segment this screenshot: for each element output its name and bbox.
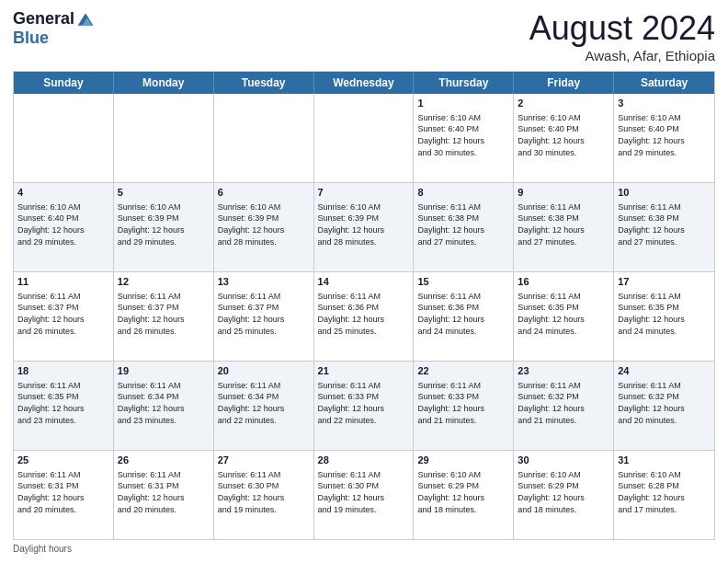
day-number: 22 — [417, 364, 509, 378]
calendar-cell: 1Sunrise: 6:10 AM Sunset: 6:40 PM Daylig… — [414, 94, 514, 182]
location: Awash, Afar, Ethiopia — [529, 48, 715, 63]
day-number: 30 — [518, 454, 609, 467]
day-number: 5 — [118, 186, 210, 200]
day-number: 24 — [618, 364, 711, 378]
day-number: 12 — [118, 275, 210, 289]
calendar-cell: 30Sunrise: 6:10 AM Sunset: 6:29 PM Dayli… — [514, 451, 614, 539]
calendar-row-2: 4Sunrise: 6:10 AM Sunset: 6:40 PM Daylig… — [14, 183, 714, 272]
cell-info: Sunrise: 6:10 AM Sunset: 6:40 PM Dayligh… — [417, 112, 509, 158]
calendar-cell: 22Sunrise: 6:11 AM Sunset: 6:33 PM Dayli… — [414, 362, 514, 450]
logo: General Blue — [13, 9, 95, 48]
day-number: 18 — [17, 364, 109, 378]
day-number: 31 — [618, 454, 711, 467]
calendar-row-1: 1Sunrise: 6:10 AM Sunset: 6:40 PM Daylig… — [14, 94, 714, 183]
calendar-cell: 25Sunrise: 6:11 AM Sunset: 6:31 PM Dayli… — [14, 451, 114, 539]
logo-text: General — [13, 9, 95, 29]
calendar-cell: 29Sunrise: 6:10 AM Sunset: 6:29 PM Dayli… — [414, 451, 514, 539]
calendar-cell — [214, 94, 314, 182]
day-number: 7 — [318, 186, 410, 200]
day-number: 1 — [417, 97, 509, 110]
day-number: 23 — [518, 364, 609, 378]
day-number: 14 — [318, 275, 410, 289]
day-number: 27 — [218, 454, 310, 467]
header: General Blue August 2024 Awash, Afar, Et… — [13, 9, 715, 63]
calendar-row-4: 18Sunrise: 6:11 AM Sunset: 6:35 PM Dayli… — [14, 362, 714, 451]
cell-info: Sunrise: 6:11 AM Sunset: 6:35 PM Dayligh… — [518, 291, 609, 337]
calendar-header: SundayMondayTuesdayWednesdayThursdayFrid… — [14, 72, 714, 94]
day-number: 16 — [518, 275, 609, 289]
logo-blue: Blue — [13, 29, 49, 48]
calendar-cell: 14Sunrise: 6:11 AM Sunset: 6:36 PM Dayli… — [314, 272, 415, 361]
calendar-cell — [14, 94, 114, 182]
cell-info: Sunrise: 6:11 AM Sunset: 6:37 PM Dayligh… — [17, 291, 109, 337]
cell-info: Sunrise: 6:11 AM Sunset: 6:37 PM Dayligh… — [218, 291, 310, 337]
calendar-row-3: 11Sunrise: 6:11 AM Sunset: 6:37 PM Dayli… — [14, 272, 714, 362]
calendar-cell: 11Sunrise: 6:11 AM Sunset: 6:37 PM Dayli… — [14, 272, 114, 361]
cell-info: Sunrise: 6:10 AM Sunset: 6:40 PM Dayligh… — [17, 201, 109, 247]
day-number: 29 — [417, 454, 509, 467]
day-number: 10 — [618, 186, 711, 200]
calendar-cell: 18Sunrise: 6:11 AM Sunset: 6:35 PM Dayli… — [14, 362, 114, 450]
cell-info: Sunrise: 6:10 AM Sunset: 6:29 PM Dayligh… — [518, 469, 609, 515]
day-number: 20 — [218, 364, 310, 378]
calendar-cell: 4Sunrise: 6:10 AM Sunset: 6:40 PM Daylig… — [14, 183, 114, 271]
calendar-cell: 2Sunrise: 6:10 AM Sunset: 6:40 PM Daylig… — [514, 94, 614, 182]
day-number: 4 — [17, 186, 109, 200]
day-number: 17 — [618, 275, 711, 289]
calendar-cell: 7Sunrise: 6:10 AM Sunset: 6:39 PM Daylig… — [314, 183, 415, 271]
calendar-cell: 20Sunrise: 6:11 AM Sunset: 6:34 PM Dayli… — [214, 362, 314, 450]
calendar-cell: 21Sunrise: 6:11 AM Sunset: 6:33 PM Dayli… — [314, 362, 415, 450]
cell-info: Sunrise: 6:11 AM Sunset: 6:32 PM Dayligh… — [518, 380, 609, 426]
cell-info: Sunrise: 6:11 AM Sunset: 6:38 PM Dayligh… — [518, 201, 609, 247]
calendar-cell: 5Sunrise: 6:10 AM Sunset: 6:39 PM Daylig… — [114, 183, 214, 271]
cell-info: Sunrise: 6:11 AM Sunset: 6:31 PM Dayligh… — [118, 469, 210, 515]
day-number: 11 — [17, 275, 109, 289]
calendar: SundayMondayTuesdayWednesdayThursdayFrid… — [13, 71, 715, 540]
calendar-cell: 23Sunrise: 6:11 AM Sunset: 6:32 PM Dayli… — [514, 362, 614, 450]
cell-info: Sunrise: 6:11 AM Sunset: 6:37 PM Dayligh… — [118, 291, 210, 337]
calendar-cell: 9Sunrise: 6:11 AM Sunset: 6:38 PM Daylig… — [514, 183, 614, 271]
month-title: August 2024 — [529, 9, 715, 48]
cell-info: Sunrise: 6:11 AM Sunset: 6:38 PM Dayligh… — [618, 201, 711, 247]
cell-info: Sunrise: 6:10 AM Sunset: 6:39 PM Dayligh… — [118, 201, 210, 247]
title-area: August 2024 Awash, Afar, Ethiopia — [529, 9, 715, 63]
calendar-cell: 27Sunrise: 6:11 AM Sunset: 6:30 PM Dayli… — [214, 451, 314, 539]
cell-info: Sunrise: 6:11 AM Sunset: 6:33 PM Dayligh… — [318, 380, 410, 426]
day-number: 25 — [17, 454, 109, 467]
cell-info: Sunrise: 6:11 AM Sunset: 6:30 PM Dayligh… — [218, 469, 310, 515]
calendar-cell: 24Sunrise: 6:11 AM Sunset: 6:32 PM Dayli… — [614, 362, 714, 450]
logo-general: General — [13, 9, 74, 29]
calendar-cell: 31Sunrise: 6:10 AM Sunset: 6:28 PM Dayli… — [614, 451, 714, 539]
calendar-cell: 3Sunrise: 6:10 AM Sunset: 6:40 PM Daylig… — [614, 94, 714, 182]
calendar-cell: 12Sunrise: 6:11 AM Sunset: 6:37 PM Dayli… — [114, 272, 214, 361]
calendar-cell — [114, 94, 214, 182]
header-day-sunday: Sunday — [14, 72, 114, 94]
cell-info: Sunrise: 6:11 AM Sunset: 6:36 PM Dayligh… — [417, 291, 509, 337]
page: General Blue August 2024 Awash, Afar, Et… — [0, 0, 728, 563]
cell-info: Sunrise: 6:11 AM Sunset: 6:35 PM Dayligh… — [618, 291, 711, 337]
cell-info: Sunrise: 6:11 AM Sunset: 6:34 PM Dayligh… — [218, 380, 310, 426]
cell-info: Sunrise: 6:11 AM Sunset: 6:31 PM Dayligh… — [17, 469, 109, 515]
day-number: 13 — [218, 275, 310, 289]
calendar-cell: 10Sunrise: 6:11 AM Sunset: 6:38 PM Dayli… — [614, 183, 714, 271]
header-day-wednesday: Wednesday — [314, 72, 415, 94]
cell-info: Sunrise: 6:10 AM Sunset: 6:29 PM Dayligh… — [417, 469, 509, 515]
calendar-cell: 6Sunrise: 6:10 AM Sunset: 6:39 PM Daylig… — [214, 183, 314, 271]
calendar-cell: 19Sunrise: 6:11 AM Sunset: 6:34 PM Dayli… — [114, 362, 214, 450]
day-number: 2 — [518, 97, 609, 110]
cell-info: Sunrise: 6:11 AM Sunset: 6:34 PM Dayligh… — [118, 380, 210, 426]
day-number: 6 — [218, 186, 310, 200]
cell-info: Sunrise: 6:11 AM Sunset: 6:38 PM Dayligh… — [417, 201, 509, 247]
cell-info: Sunrise: 6:11 AM Sunset: 6:35 PM Dayligh… — [17, 380, 109, 426]
calendar-body: 1Sunrise: 6:10 AM Sunset: 6:40 PM Daylig… — [14, 94, 714, 539]
calendar-cell: 15Sunrise: 6:11 AM Sunset: 6:36 PM Dayli… — [414, 272, 514, 361]
calendar-cell: 28Sunrise: 6:11 AM Sunset: 6:30 PM Dayli… — [314, 451, 415, 539]
day-number: 3 — [618, 97, 711, 110]
calendar-cell: 26Sunrise: 6:11 AM Sunset: 6:31 PM Dayli… — [114, 451, 214, 539]
calendar-cell: 17Sunrise: 6:11 AM Sunset: 6:35 PM Dayli… — [614, 272, 714, 361]
logo-icon — [76, 10, 95, 29]
header-day-saturday: Saturday — [614, 72, 714, 94]
day-number: 8 — [417, 186, 509, 200]
cell-info: Sunrise: 6:10 AM Sunset: 6:28 PM Dayligh… — [618, 469, 711, 515]
cell-info: Sunrise: 6:11 AM Sunset: 6:32 PM Dayligh… — [618, 380, 711, 426]
